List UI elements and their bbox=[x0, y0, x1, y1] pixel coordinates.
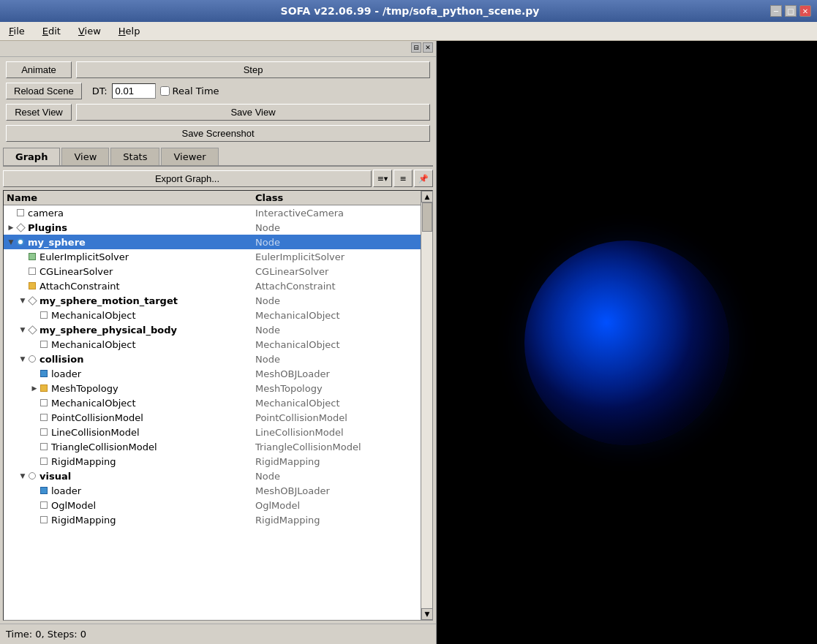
tree-row[interactable]: ▶MeshTopologyMeshTopology bbox=[4, 381, 421, 395]
node-name: visual bbox=[39, 471, 71, 482]
reload-scene-button[interactable]: Reload Scene bbox=[6, 83, 82, 99]
expand-icon[interactable] bbox=[30, 486, 39, 495]
node-icon bbox=[15, 208, 26, 218]
expand-icon[interactable]: ▼ bbox=[18, 325, 27, 334]
col-name-header: Name bbox=[7, 192, 255, 203]
node-class: EulerImplicitSolver bbox=[255, 251, 418, 262]
expand-icon[interactable] bbox=[30, 398, 39, 407]
node-class: Node bbox=[255, 354, 418, 365]
expand-icon[interactable] bbox=[30, 369, 39, 378]
tree-row[interactable]: CGLinearSolverCGLinearSolver bbox=[4, 264, 421, 279]
scroll-down-arrow[interactable]: ▼ bbox=[421, 608, 433, 620]
tree-row[interactable]: PointCollisionModelPointCollisionModel bbox=[4, 410, 421, 425]
node-class: MechanicalObject bbox=[255, 398, 418, 409]
tree-row[interactable]: OglModelOglModel bbox=[4, 498, 421, 512]
step-button[interactable]: Step bbox=[76, 61, 430, 78]
node-name: MechanicalObject bbox=[51, 310, 135, 321]
tree-row[interactable]: ▼my_sphere_physical_bodyNode bbox=[4, 322, 421, 337]
expand-icon[interactable] bbox=[18, 252, 27, 261]
tree-row[interactable]: TriangleCollisionModelTriangleCollisionM… bbox=[4, 439, 421, 454]
tab-view[interactable]: View bbox=[61, 148, 109, 165]
tree-row[interactable]: AttachConstraintAttachConstraint bbox=[4, 279, 421, 293]
realtime-label: Real Time bbox=[160, 86, 219, 96]
animate-button[interactable]: Animate bbox=[6, 61, 72, 78]
save-screenshot-button[interactable]: Save Screenshot bbox=[6, 125, 430, 142]
menu-bar: File Edit View Help bbox=[0, 22, 817, 41]
tree-row[interactable]: ▼collisionNode bbox=[4, 352, 421, 366]
node-icon bbox=[27, 281, 37, 291]
viewport[interactable] bbox=[437, 41, 817, 644]
node-name: my_sphere bbox=[28, 237, 86, 248]
realtime-checkbox[interactable] bbox=[160, 86, 170, 96]
expand-icon[interactable] bbox=[30, 442, 39, 451]
node-class: LineCollisionModel bbox=[255, 427, 418, 438]
tree-container: Name Class cameraInteractiveCamera▶Plugi… bbox=[3, 190, 433, 621]
node-name: MechanicalObject bbox=[51, 398, 135, 409]
expand-icon[interactable]: ▶ bbox=[30, 384, 39, 393]
tree-row[interactable]: RigidMappingRigidMapping bbox=[4, 512, 421, 527]
expand-icon[interactable]: ▼ bbox=[18, 471, 27, 480]
minimize-button[interactable]: ─ bbox=[770, 5, 782, 17]
tree-row[interactable]: MechanicalObjectMechanicalObject bbox=[4, 337, 421, 352]
col-class-header: Class bbox=[255, 192, 418, 203]
scroll-up-arrow[interactable]: ▲ bbox=[421, 191, 433, 202]
tree-row[interactable]: RigidMappingRigidMapping bbox=[4, 454, 421, 469]
node-class: TriangleCollisionModel bbox=[255, 442, 418, 452]
tree-row[interactable]: MechanicalObjectMechanicalObject bbox=[4, 308, 421, 322]
expand-icon[interactable] bbox=[30, 428, 39, 436]
menu-file[interactable]: File bbox=[6, 24, 28, 38]
expand-icon[interactable] bbox=[30, 457, 39, 466]
panel-close-btn[interactable]: ✕ bbox=[423, 42, 433, 53]
menu-view[interactable]: View bbox=[75, 24, 104, 38]
expand-icon[interactable] bbox=[30, 413, 39, 422]
expand-icon[interactable] bbox=[7, 208, 15, 217]
node-name: OglModel bbox=[51, 500, 96, 511]
sort-icon-btn[interactable]: ≡ bbox=[394, 170, 413, 187]
node-class: MechanicalObject bbox=[255, 310, 418, 321]
node-class: Node bbox=[255, 237, 418, 248]
tree-row[interactable]: ▼my_sphere_motion_targetNode bbox=[4, 293, 421, 308]
expand-icon[interactable]: ▼ bbox=[7, 238, 15, 246]
tree-row[interactable]: MechanicalObjectMechanicalObject bbox=[4, 395, 421, 410]
tree-row[interactable]: ▶PluginsNode bbox=[4, 220, 421, 235]
scroll-thumb[interactable] bbox=[422, 202, 432, 232]
tree-row[interactable]: loaderMeshOBJLoader bbox=[4, 366, 421, 381]
tree-row[interactable]: loaderMeshOBJLoader bbox=[4, 483, 421, 498]
tree-row[interactable]: EulerImplicitSolverEulerImplicitSolver bbox=[4, 249, 421, 264]
scroll-track bbox=[421, 202, 432, 608]
maximize-button[interactable]: □ bbox=[785, 5, 797, 17]
node-icon bbox=[39, 398, 49, 408]
expand-icon[interactable]: ▼ bbox=[18, 355, 27, 363]
tab-stats[interactable]: Stats bbox=[110, 148, 159, 165]
tree-scroll[interactable]: Name Class cameraInteractiveCamera▶Plugi… bbox=[4, 191, 421, 620]
tree-row[interactable]: LineCollisionModelLineCollisionModel bbox=[4, 425, 421, 439]
tree-row[interactable]: ▼visualNode bbox=[4, 469, 421, 483]
node-class: AttachConstraint bbox=[255, 281, 418, 292]
menu-edit[interactable]: Edit bbox=[39, 24, 64, 38]
node-class: RigidMapping bbox=[255, 515, 418, 526]
menu-help[interactable]: Help bbox=[116, 24, 143, 38]
expand-icon[interactable]: ▼ bbox=[18, 296, 27, 305]
export-graph-button[interactable]: Export Graph... bbox=[3, 170, 372, 187]
expand-icon[interactable] bbox=[30, 501, 39, 509]
node-name: collision bbox=[39, 354, 83, 365]
save-view-button[interactable]: Save View bbox=[76, 104, 430, 121]
expand-icon[interactable] bbox=[30, 515, 39, 524]
tab-viewer[interactable]: Viewer bbox=[161, 148, 218, 165]
node-icon bbox=[39, 442, 49, 452]
dt-input[interactable] bbox=[112, 83, 156, 99]
node-class: Node bbox=[255, 295, 418, 306]
expand-icon[interactable]: ▶ bbox=[7, 223, 15, 232]
expand-icon[interactable] bbox=[18, 267, 27, 276]
close-button[interactable]: ✕ bbox=[799, 5, 811, 17]
expand-icon[interactable] bbox=[30, 340, 39, 349]
pin-icon-btn[interactable]: 📌 bbox=[414, 170, 433, 187]
filter-icon-btn[interactable]: ≡▾ bbox=[373, 170, 392, 187]
panel-minimize-btn[interactable]: ⊟ bbox=[411, 42, 421, 53]
tab-graph[interactable]: Graph bbox=[3, 148, 60, 165]
reset-view-button[interactable]: Reset View bbox=[6, 104, 72, 121]
expand-icon[interactable] bbox=[18, 281, 27, 290]
tree-row[interactable]: cameraInteractiveCamera bbox=[4, 205, 421, 220]
tree-row[interactable]: ▼my_sphereNode bbox=[4, 235, 421, 249]
expand-icon[interactable] bbox=[30, 311, 39, 319]
